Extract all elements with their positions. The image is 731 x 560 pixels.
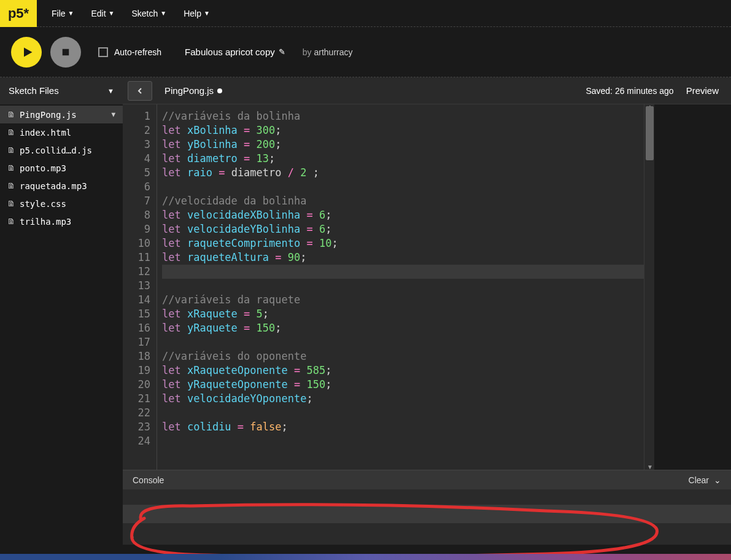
saved-info: Saved: 26 minutes ago (586, 86, 686, 96)
code-line[interactable]: //velocidade da bolinha (162, 194, 654, 208)
auto-refresh-checkbox[interactable] (98, 47, 108, 57)
code-line[interactable]: let xRaqueteOponente = 585; (162, 364, 654, 378)
console-title: Console (133, 475, 164, 485)
code-area[interactable]: //variáveis da bolinhalet xBolinha = 300… (157, 104, 654, 470)
code-line[interactable]: let xRaquete = 5; (162, 307, 654, 321)
clear-console-button[interactable]: Clear ⌄ (689, 475, 721, 485)
line-numbers: 123456789101112131415161718192021222324 (123, 104, 157, 470)
p5-logo[interactable]: p5* (0, 0, 37, 27)
play-icon (22, 47, 33, 58)
file-item[interactable]: 🗎p5.collid…d.js (0, 141, 123, 159)
code-line[interactable] (162, 434, 654, 448)
code-line[interactable]: let xBolinha = 300; (162, 123, 654, 138)
line-number: 17 (123, 335, 150, 349)
scrollbar-thumb[interactable] (646, 106, 654, 160)
dropdown-arrow-icon[interactable]: ▼ (111, 111, 115, 119)
main-area: 🗎PingPong.js▼🗎index.html🗎p5.collid…d.js🗎… (0, 104, 731, 470)
code-line[interactable]: let raqueteComprimento = 10; (162, 236, 654, 251)
file-icon: 🗎 (7, 181, 15, 190)
svg-rect-0 (63, 49, 69, 55)
file-item[interactable]: 🗎ponto.mp3 (0, 159, 123, 177)
menu-container: File▼ Edit▼ Sketch▼ Help▼ (52, 9, 210, 18)
code-line[interactable]: let velocidadeYOponente; (162, 392, 654, 406)
stop-button[interactable] (50, 37, 81, 68)
line-number: 4 (123, 152, 150, 166)
console-body[interactable]: › (123, 489, 731, 545)
menu-edit[interactable]: Edit▼ (91, 9, 114, 18)
line-number: 24 (123, 434, 150, 448)
code-line[interactable]: //variáveis da raquete (162, 293, 654, 307)
play-button[interactable] (11, 37, 42, 68)
line-number: 20 (123, 378, 150, 392)
file-icon: 🗎 (7, 110, 15, 119)
line-number: 9 (123, 222, 150, 236)
code-line[interactable]: //variáveis da bolinha (162, 109, 654, 123)
menu-sketch[interactable]: Sketch▼ (132, 9, 167, 18)
sketch-name[interactable]: Fabulous apricot copy ✎ (185, 47, 285, 57)
bottom-bar (0, 554, 731, 560)
menu-help[interactable]: Help▼ (184, 9, 210, 18)
line-number: 7 (123, 194, 150, 208)
line-number: 22 (123, 406, 150, 420)
code-line[interactable]: let velocidadeYBolinha = 6; (162, 222, 654, 236)
file-item[interactable]: 🗎trilha.mp3 (0, 212, 123, 230)
line-number: 12 (123, 265, 150, 279)
code-line[interactable] (162, 406, 654, 420)
code-line[interactable]: let velocidadeXBolinha = 6; (162, 208, 654, 222)
code-line[interactable]: let diametro = 13; (162, 152, 654, 166)
unsaved-indicator-icon (217, 88, 222, 93)
code-line[interactable] (162, 279, 654, 293)
file-tree: 🗎PingPong.js▼🗎index.html🗎p5.collid…d.js🗎… (0, 104, 123, 470)
file-item[interactable]: 🗎index.html (0, 123, 123, 141)
file-icon: 🗎 (7, 163, 15, 173)
line-number: 6 (123, 180, 150, 194)
line-number: 14 (123, 293, 150, 307)
collapse-sidebar-button[interactable] (128, 81, 152, 101)
chevron-down-icon: ⌄ (714, 475, 721, 485)
code-line[interactable] (162, 265, 654, 279)
editor[interactable]: 123456789101112131415161718192021222324 … (123, 104, 654, 470)
scroll-down-icon[interactable]: ▼ (647, 464, 653, 470)
code-line[interactable]: let colidiu = false; (162, 420, 654, 434)
line-number: 23 (123, 420, 150, 434)
code-line[interactable]: let raio = diametro / 2 ; (162, 166, 654, 180)
sub-toolbar: Sketch Files ▼ PingPong.js Saved: 26 min… (0, 77, 731, 104)
code-line[interactable]: let yRaquete = 150; (162, 321, 654, 335)
chevron-left-icon (136, 87, 144, 95)
file-icon: 🗎 (7, 128, 15, 137)
console-prompt-icon[interactable]: › (130, 532, 135, 542)
vertical-scrollbar[interactable]: ▲ ▼ (644, 104, 654, 470)
code-line[interactable] (162, 180, 654, 194)
menu-file[interactable]: File▼ (52, 9, 74, 18)
line-number: 13 (123, 279, 150, 293)
line-number: 10 (123, 236, 150, 251)
preview-pane (654, 104, 731, 470)
file-item[interactable]: 🗎PingPong.js▼ (0, 106, 123, 123)
line-number: 15 (123, 307, 150, 321)
code-line[interactable]: let yBolinha = 200; (162, 138, 654, 152)
line-number: 5 (123, 166, 150, 180)
line-number: 19 (123, 364, 150, 378)
author-label: by arthurracy (303, 47, 353, 57)
line-number: 21 (123, 392, 150, 406)
sketch-files-button[interactable]: Sketch Files ▼ (0, 77, 123, 104)
top-menu-bar: p5* File▼ Edit▼ Sketch▼ Help▼ (0, 0, 731, 27)
auto-refresh-label: Auto-refresh (114, 47, 161, 57)
line-number: 18 (123, 349, 150, 364)
code-line[interactable] (162, 335, 654, 349)
file-icon: 🗎 (7, 217, 15, 226)
file-item[interactable]: 🗎raquetada.mp3 (0, 177, 123, 195)
line-number: 16 (123, 321, 150, 335)
file-icon: 🗎 (7, 146, 15, 155)
file-item[interactable]: 🗎style.css (0, 195, 123, 212)
code-line[interactable]: //variáveis do oponente (162, 349, 654, 364)
console-row (123, 505, 731, 523)
file-tab[interactable]: PingPong.js (157, 85, 230, 96)
stop-icon (61, 48, 70, 56)
code-line[interactable]: let yRaqueteOponente = 150; (162, 378, 654, 392)
dropdown-arrow-icon: ▼ (68, 10, 74, 17)
file-icon: 🗎 (7, 199, 15, 208)
line-number: 3 (123, 138, 150, 152)
dropdown-arrow-icon: ▼ (160, 10, 166, 17)
code-line[interactable]: let raqueteAltura = 90; (162, 251, 654, 265)
